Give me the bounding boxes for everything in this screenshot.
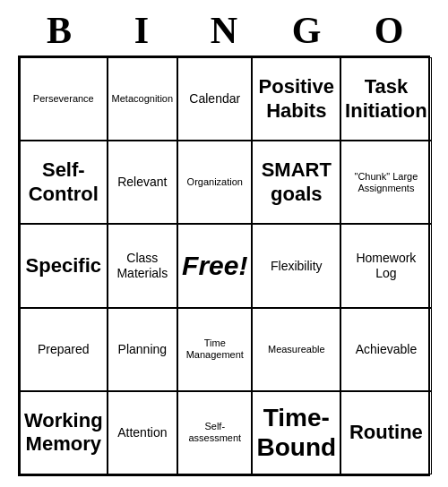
bingo-cell: Flexibility	[252, 224, 340, 307]
bingo-cell: Relevant	[108, 141, 178, 224]
bingo-cell: Routine	[340, 391, 432, 474]
bingo-cell: Specific	[20, 224, 108, 307]
bingo-cell: "Chunk" Large Assignments	[340, 141, 432, 224]
bingo-cell: Metacognition	[108, 57, 178, 141]
bingo-cell: Homework Log	[340, 224, 432, 307]
bingo-letter: N	[185, 9, 263, 52]
bingo-cell: Prepared	[20, 308, 108, 391]
bingo-cell: Planning	[108, 308, 178, 391]
bingo-cell: Calendar	[177, 57, 252, 141]
bingo-cell: Working Memory	[20, 391, 108, 474]
bingo-cell: Self-assessment	[177, 391, 252, 474]
bingo-cell: Attention	[108, 391, 178, 474]
bingo-letter: I	[102, 9, 181, 52]
bingo-cell: Organization	[177, 141, 252, 224]
bingo-letter: O	[349, 9, 428, 52]
bingo-cell: Measureable	[252, 308, 340, 391]
bingo-cell: Class Materials	[108, 224, 178, 307]
bingo-cell: Time Management	[177, 308, 252, 391]
bingo-cell: Task Initiation	[340, 57, 432, 141]
bingo-title: BINGO	[18, 9, 430, 52]
bingo-letter: B	[20, 9, 99, 52]
bingo-cell: Achievable	[340, 308, 432, 391]
bingo-letter: G	[267, 9, 346, 52]
bingo-grid: PerseveranceMetacognitionCalendarPositiv…	[18, 56, 430, 476]
bingo-cell: SMART goals	[252, 141, 340, 224]
bingo-cell: Positive Habits	[252, 57, 340, 141]
bingo-cell: Perseverance	[20, 57, 108, 141]
bingo-cell: Free!	[177, 224, 252, 307]
bingo-cell: Self-Control	[20, 141, 108, 224]
bingo-cell: Time-Bound	[252, 391, 340, 474]
